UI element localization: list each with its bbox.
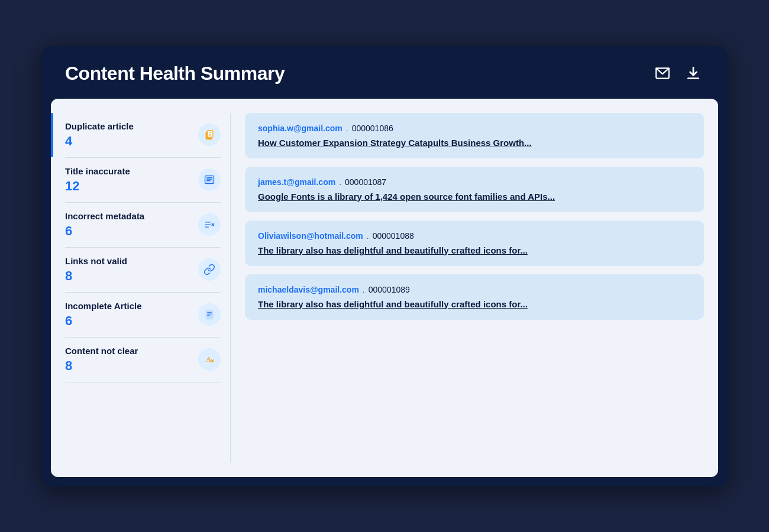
download-button[interactable]	[683, 63, 704, 84]
sidebar-item-links-not-valid[interactable]: Links not valid 8	[65, 248, 221, 293]
card-email-3: michaeldavis@gmail.com	[258, 285, 359, 294]
links-not-valid-icon	[198, 258, 221, 281]
sidebar-count-duplicate-article: 4	[65, 134, 134, 149]
sidebar-label-duplicate-article: Duplicate article	[65, 121, 134, 131]
incorrect-metadata-icon	[198, 213, 221, 236]
sidebar-label-incorrect-metadata: Incorrect metadata	[65, 211, 144, 221]
card-title-2[interactable]: The library also has delightful and beau…	[258, 245, 691, 255]
card-id-0: 000001086	[352, 124, 393, 133]
email-button[interactable]	[652, 63, 673, 84]
sidebar-item-incomplete-article[interactable]: Incomplete Article 6	[65, 293, 221, 338]
card-dot-3: .	[363, 285, 365, 294]
header-actions	[652, 63, 704, 84]
card-email-2: Oliviawilson@hotmail.com	[258, 231, 363, 241]
card-meta-1: james.t@gmail.com . 000001087	[258, 177, 691, 187]
sidebar-item-incorrect-metadata[interactable]: Incorrect metadata 6	[65, 203, 221, 248]
sidebar-label-links-not-valid: Links not valid	[65, 256, 127, 266]
svg-rect-9	[205, 176, 214, 183]
title-inaccurate-icon	[198, 168, 221, 191]
card-email-1: james.t@gmail.com	[258, 177, 335, 187]
card-3[interactable]: michaeldavis@gmail.com . 000001089 The l…	[245, 274, 704, 320]
svg-rect-19	[206, 310, 213, 319]
card-meta-2: Oliviawilson@hotmail.com . 000001088	[258, 231, 691, 241]
sidebar-count-content-not-clear: 8	[65, 358, 138, 374]
page-title: Content Health Summary	[65, 63, 285, 85]
card-title-1[interactable]: Google Fonts is a library of 1,424 open …	[258, 192, 691, 202]
sidebar-label-content-not-clear: Content not clear	[65, 346, 138, 356]
content-list: sophia.w@gmail.com . 000001086 How Custo…	[231, 113, 704, 463]
sidebar-item-content-not-clear[interactable]: Content not clear 8 A	[65, 338, 221, 382]
sidebar-count-incorrect-metadata: 6	[65, 223, 144, 239]
sidebar-item-title-inaccurate[interactable]: Title inaccurate 12	[65, 158, 221, 203]
incomplete-article-icon	[198, 303, 221, 326]
duplicate-article-icon	[198, 124, 221, 146]
sidebar: Duplicate article 4	[65, 113, 231, 463]
header: Content Health Summary	[41, 46, 728, 99]
card-title-3[interactable]: The library also has delightful and beau…	[258, 299, 691, 309]
svg-rect-5	[208, 131, 213, 138]
card-dot-1: .	[339, 177, 341, 187]
card-id-1: 000001087	[345, 177, 386, 187]
card-meta-3: michaeldavis@gmail.com . 000001089	[258, 285, 691, 294]
card-id-3: 000001089	[369, 285, 410, 294]
sidebar-count-incomplete-article: 6	[65, 313, 141, 329]
card-dot-2: .	[367, 231, 369, 241]
sidebar-count-links-not-valid: 8	[65, 268, 127, 284]
sidebar-count-title-inaccurate: 12	[65, 179, 130, 194]
card-1[interactable]: james.t@gmail.com . 000001087 Google Fon…	[245, 167, 704, 212]
body: Duplicate article 4	[51, 99, 718, 477]
card-title-0[interactable]: How Customer Expansion Strategy Catapult…	[258, 138, 691, 148]
svg-text:A: A	[206, 356, 211, 364]
card-meta-0: sophia.w@gmail.com . 000001086	[258, 124, 691, 133]
sidebar-label-incomplete-article: Incomplete Article	[65, 301, 141, 311]
sidebar-item-duplicate-article[interactable]: Duplicate article 4	[65, 113, 221, 158]
card-dot-0: .	[346, 124, 348, 133]
card-id-2: 000001088	[373, 231, 414, 241]
sidebar-label-title-inaccurate: Title inaccurate	[65, 166, 130, 176]
card-2[interactable]: Oliviawilson@hotmail.com . 000001088 The…	[245, 220, 704, 266]
content-not-clear-icon: A	[198, 348, 221, 371]
card-email-0: sophia.w@gmail.com	[258, 124, 343, 133]
card-0[interactable]: sophia.w@gmail.com . 000001086 How Custo…	[245, 113, 704, 158]
widget-container: Content Health Summary	[41, 46, 728, 486]
